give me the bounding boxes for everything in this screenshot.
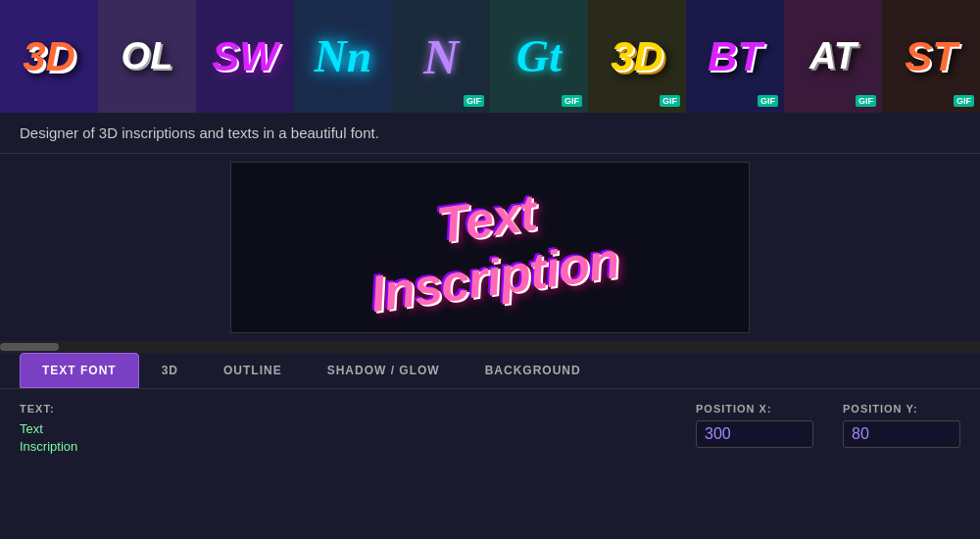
position-y-input[interactable] bbox=[843, 420, 960, 448]
gif-badge: GIF bbox=[562, 95, 582, 107]
scrollbar[interactable] bbox=[0, 341, 980, 353]
text-value-line2: Inscription bbox=[20, 438, 77, 456]
banner-item-bt[interactable]: BT GIF bbox=[686, 0, 784, 113]
tab-background[interactable]: BACKGROUND bbox=[463, 353, 604, 388]
tab-text-font[interactable]: TEXT FONT bbox=[20, 353, 139, 388]
gif-badge: GIF bbox=[856, 95, 876, 107]
banner-item-label: OL bbox=[122, 35, 173, 77]
tab-shadow-glow[interactable]: SHADOW / GLOW bbox=[305, 353, 463, 388]
tab-outline-label: OUTLINE bbox=[223, 364, 282, 377]
tab-shadow-glow-label: SHADOW / GLOW bbox=[327, 364, 440, 377]
banner-item-label: ST bbox=[905, 33, 957, 80]
banner-item-st[interactable]: ST GIF bbox=[882, 0, 980, 113]
banner-item-sw[interactable]: SW bbox=[196, 0, 294, 113]
banner-item-3d-1[interactable]: 3D bbox=[0, 0, 98, 113]
gif-badge: GIF bbox=[464, 95, 484, 107]
text-value: Text Inscription bbox=[20, 420, 77, 456]
top-banner: 3D OL SW Nn N GIF Gt GIF 3D GIF BT GIF A… bbox=[0, 0, 980, 113]
position-x-input[interactable] bbox=[696, 420, 813, 448]
position-x-group: POSITION X: bbox=[696, 403, 813, 448]
position-y-group: POSITION Y: bbox=[843, 403, 960, 448]
position-y-label: POSITION Y: bbox=[843, 403, 960, 415]
position-group: POSITION X: POSITION Y: bbox=[696, 403, 960, 448]
tab-3d[interactable]: 3D bbox=[139, 353, 201, 388]
scrollbar-thumb[interactable] bbox=[0, 343, 59, 351]
banner-item-at[interactable]: AT GIF bbox=[784, 0, 882, 113]
tab-outline[interactable]: OUTLINE bbox=[201, 353, 305, 388]
banner-item-ol[interactable]: OL bbox=[98, 0, 196, 113]
banner-item-label: Gt bbox=[516, 30, 562, 82]
text-value-line1: Text bbox=[20, 420, 77, 438]
gif-badge: GIF bbox=[660, 95, 680, 107]
tab-background-label: BACKGROUND bbox=[485, 364, 581, 377]
banner-item-label: Nn bbox=[315, 30, 372, 82]
text-label: TEXT: bbox=[20, 403, 77, 415]
gif-badge: GIF bbox=[758, 95, 778, 107]
preview-text-wrapper: Text Inscription bbox=[358, 172, 621, 322]
canvas-area: Text Inscription bbox=[0, 154, 980, 341]
banner-item-label: SW bbox=[212, 33, 278, 80]
banner-item-gt[interactable]: Gt GIF bbox=[490, 0, 588, 113]
tab-3d-label: 3D bbox=[162, 364, 178, 377]
banner-item-3d-2[interactable]: 3D GIF bbox=[588, 0, 686, 113]
description-text: Designer of 3D inscriptions and texts in… bbox=[20, 124, 379, 141]
controls: TEXT: Text Inscription POSITION X: POSIT… bbox=[0, 389, 980, 469]
banner-item-label: 3D bbox=[23, 33, 75, 80]
banner-item-label: AT bbox=[809, 35, 857, 77]
tabs: TEXT FONT 3D OUTLINE SHADOW / GLOW BACKG… bbox=[0, 353, 980, 389]
banner-item-n[interactable]: N GIF bbox=[392, 0, 490, 113]
text-control-group: TEXT: Text Inscription bbox=[20, 403, 77, 456]
banner-item-nn[interactable]: Nn bbox=[294, 0, 392, 113]
gif-badge: GIF bbox=[954, 95, 974, 107]
banner-item-label: N bbox=[423, 28, 459, 85]
description: Designer of 3D inscriptions and texts in… bbox=[0, 113, 980, 154]
tab-text-font-label: TEXT FONT bbox=[42, 364, 117, 377]
banner-item-label: 3D bbox=[611, 33, 663, 80]
banner-item-label: BT bbox=[708, 33, 762, 80]
canvas-preview[interactable]: Text Inscription bbox=[230, 162, 750, 333]
position-x-label: POSITION X: bbox=[696, 403, 813, 415]
